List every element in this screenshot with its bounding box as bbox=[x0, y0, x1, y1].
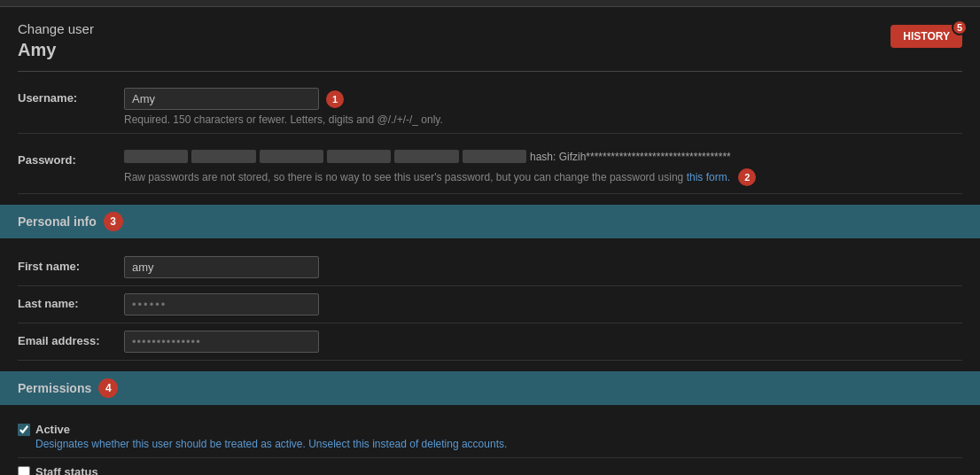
username-input[interactable] bbox=[124, 88, 319, 110]
pwd-block-4: ■■■■■■■■ bbox=[327, 150, 391, 163]
username-badge: 1 bbox=[326, 90, 344, 108]
last-name-row: Last name: bbox=[18, 286, 962, 323]
pwd-block-5: ■■■■■■■■ bbox=[394, 150, 458, 163]
password-row: Password: ■■■■■■■■ ■■■■■■■■ ■■■■■■■■ ■■■… bbox=[18, 143, 962, 194]
active-row: Active Designates whether this user shou… bbox=[18, 416, 962, 458]
password-help-text: Raw passwords are not stored, so there i… bbox=[124, 168, 962, 186]
permissions-section-header: Permissions 4 bbox=[0, 371, 980, 405]
email-content bbox=[124, 331, 962, 353]
staff-status-label[interactable]: Staff status bbox=[18, 465, 962, 475]
history-button[interactable]: HISTORY 5 bbox=[891, 25, 962, 48]
password-content: ■■■■■■■■ ■■■■■■■■ ■■■■■■■■ ■■■■■■■■ ■■■■… bbox=[124, 150, 962, 186]
active-help: Designates whether this user should be t… bbox=[35, 438, 962, 450]
password-change-link[interactable]: this form. bbox=[687, 171, 730, 183]
username-help: Required. 150 characters or fewer. Lette… bbox=[124, 113, 962, 126]
first-name-label: First name: bbox=[18, 256, 124, 273]
last-name-label: Last name: bbox=[18, 293, 124, 310]
first-name-content bbox=[124, 256, 962, 278]
pwd-block-3: ■■■■■■■■ bbox=[260, 150, 323, 163]
personal-info-badge: 3 bbox=[104, 212, 123, 231]
password-masked-display: ■■■■■■■■ ■■■■■■■■ ■■■■■■■■ ■■■■■■■■ ■■■■… bbox=[124, 150, 962, 163]
email-row: Email address: bbox=[18, 323, 962, 361]
pwd-block-1: ■■■■■■■■ bbox=[124, 150, 188, 163]
password-badge: 2 bbox=[738, 168, 756, 186]
user-name-heading: Amy bbox=[18, 40, 962, 60]
active-label[interactable]: Active bbox=[18, 423, 962, 436]
username-row: Username: 1 Required. 150 characters or … bbox=[18, 81, 962, 134]
personal-info-title: Personal info bbox=[18, 214, 97, 229]
top-bar bbox=[0, 0, 980, 7]
last-name-content bbox=[124, 293, 962, 315]
permissions-title: Permissions bbox=[18, 381, 91, 395]
history-button-label: HISTORY bbox=[903, 30, 950, 43]
last-name-input[interactable] bbox=[124, 293, 319, 315]
password-hash-text: hash: Gifzih****************************… bbox=[530, 151, 731, 163]
first-name-input[interactable] bbox=[124, 256, 319, 278]
staff-status-checkbox[interactable] bbox=[18, 466, 30, 476]
email-label: Email address: bbox=[18, 331, 124, 347]
personal-info-section-header: Personal info 3 bbox=[0, 205, 980, 238]
username-section: Username: 1 Required. 150 characters or … bbox=[18, 71, 962, 143]
permissions-badge: 4 bbox=[98, 378, 118, 398]
first-name-row: First name: bbox=[18, 249, 962, 286]
active-checkbox[interactable] bbox=[18, 424, 30, 436]
password-label: Password: bbox=[18, 150, 124, 167]
staff-status-row: Staff status Designates whether the user… bbox=[18, 458, 962, 475]
main-container: Change user Amy HISTORY 5 Username: 1 Re… bbox=[0, 7, 980, 475]
pwd-block-2: ■■■■■■■■ bbox=[191, 150, 255, 163]
username-label: Username: bbox=[18, 88, 124, 105]
pwd-block-6: ■■■■■■■■ bbox=[463, 150, 526, 163]
email-input[interactable] bbox=[124, 331, 319, 353]
page-title: Change user bbox=[18, 21, 962, 36]
username-content: 1 Required. 150 characters or fewer. Let… bbox=[124, 88, 962, 126]
history-badge: 5 bbox=[952, 19, 968, 35]
